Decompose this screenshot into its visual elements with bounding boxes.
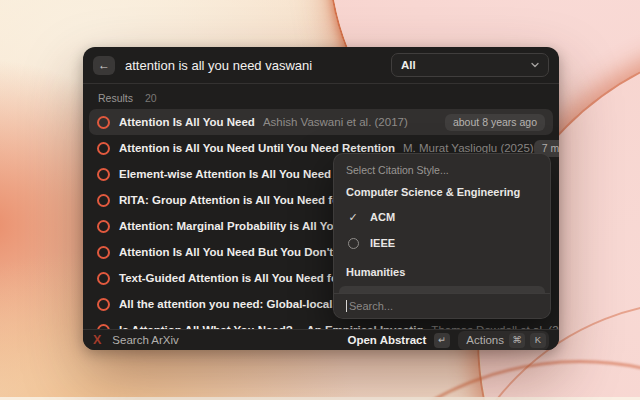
chevron-down-icon bbox=[531, 61, 539, 69]
paper-circle-icon bbox=[97, 142, 110, 155]
popup-search-bar bbox=[334, 293, 550, 318]
desktop-wallpaper: ← All Results 20 Attention Is All You Ne… bbox=[0, 0, 640, 400]
citation-option-label: ACM bbox=[370, 211, 395, 223]
popup-section-cs: Computer Science & Engineering bbox=[346, 185, 538, 199]
radio-icon bbox=[348, 238, 359, 249]
search-header: ← All bbox=[83, 47, 559, 84]
back-button[interactable]: ← bbox=[93, 56, 115, 75]
paper-circle-icon bbox=[97, 298, 110, 311]
filter-dropdown-value: All bbox=[401, 59, 416, 71]
paper-circle-icon bbox=[97, 220, 110, 233]
result-title: Attention Is All You Need bbox=[119, 116, 255, 128]
source-label: Search ArXiv bbox=[112, 334, 178, 346]
command-key-icon: ⌘ bbox=[509, 333, 525, 348]
results-count: 20 bbox=[145, 92, 157, 104]
arxiv-logo-icon: X bbox=[93, 334, 101, 347]
actions-button[interactable]: Actions ⌘ K bbox=[458, 331, 549, 350]
popup-section-humanities: Humanities bbox=[346, 265, 538, 279]
actions-label: Actions bbox=[466, 334, 504, 346]
return-key-icon: ↵ bbox=[434, 333, 450, 348]
open-abstract-button[interactable]: Open Abstract bbox=[347, 334, 426, 346]
results-label: Results bbox=[98, 92, 133, 104]
launcher-window: ← All Results 20 Attention Is All You Ne… bbox=[83, 47, 559, 350]
search-input[interactable] bbox=[125, 58, 391, 73]
paper-circle-icon bbox=[97, 168, 110, 181]
filter-dropdown[interactable]: All bbox=[391, 53, 549, 77]
citation-search-input[interactable] bbox=[349, 300, 538, 312]
paper-circle-icon bbox=[97, 116, 110, 129]
citation-option-label: IEEE bbox=[370, 237, 395, 249]
result-title: Element-wise Attention Is All You Need bbox=[119, 168, 331, 180]
paper-circle-icon bbox=[97, 272, 110, 285]
paper-circle-icon bbox=[97, 194, 110, 207]
popup-title: Select Citation Style... bbox=[346, 163, 538, 177]
action-bar: X Search ArXiv Open Abstract ↵ Actions ⌘… bbox=[83, 329, 559, 350]
result-row[interactable]: Attention Is All You Need Ashish Vaswani… bbox=[89, 109, 553, 135]
results-header: Results 20 bbox=[83, 84, 559, 107]
result-authors: Ashish Vaswani et al. (2017) bbox=[263, 116, 408, 128]
citation-style-popup: Select Citation Style... Computer Scienc… bbox=[333, 153, 551, 319]
back-arrow-icon: ← bbox=[98, 59, 110, 71]
citation-option-ieee[interactable]: IEEE bbox=[339, 231, 545, 255]
text-cursor bbox=[346, 300, 347, 312]
action-bar-right: Open Abstract ↵ Actions ⌘ K bbox=[347, 331, 549, 350]
check-icon: ✓ bbox=[347, 212, 359, 223]
result-age-badge: about 8 years ago bbox=[445, 114, 545, 131]
citation-option-acm[interactable]: ✓ ACM bbox=[339, 205, 545, 229]
k-key-icon: K bbox=[530, 333, 546, 348]
paper-circle-icon bbox=[97, 246, 110, 259]
